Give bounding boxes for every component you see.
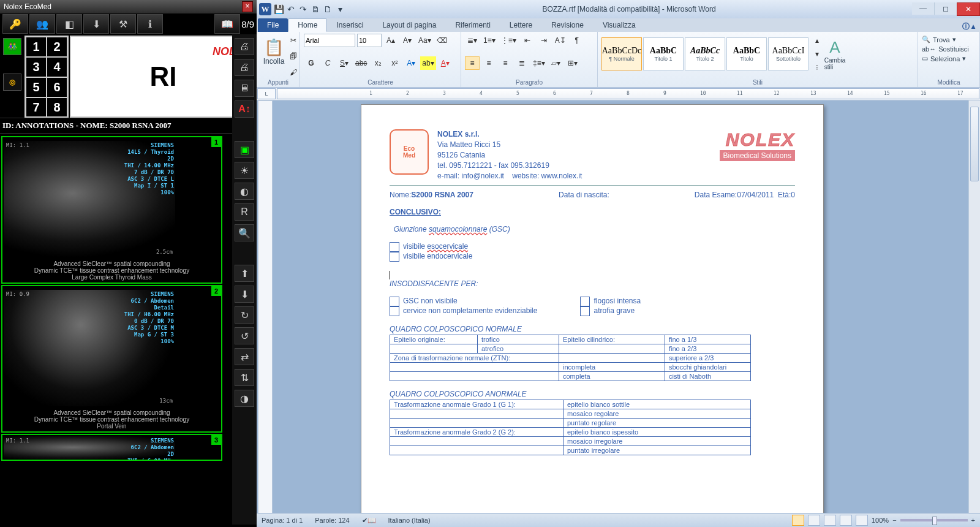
- checkbox-icon[interactable]: [390, 242, 399, 252]
- help-icon[interactable]: ⓘ ▴: [962, 21, 975, 32]
- line-spacing-icon[interactable]: ‡≡▾: [531, 56, 547, 70]
- checkbox-row[interactable]: atrofia grave: [580, 306, 641, 316]
- close-icon[interactable]: ×: [242, 1, 253, 12]
- checkbox-icon[interactable]: [390, 306, 399, 316]
- tab-mailings[interactable]: Lettere: [500, 18, 541, 32]
- people-icon[interactable]: 👫: [3, 38, 21, 55]
- change-styles-button[interactable]: ACambia stili: [820, 36, 850, 72]
- align-right-icon[interactable]: ≡: [498, 56, 513, 70]
- checkbox-row[interactable]: visibile endocervicale: [390, 252, 795, 262]
- ultrasound-image[interactable]: MI: 1.1 SIEMENS6C2 / Abdomen 2D THI / 6.…: [4, 436, 175, 461]
- bullets-icon[interactable]: ≣▾: [465, 34, 480, 47]
- style-subtitle[interactable]: AaBbCcISottotitolo: [768, 37, 809, 70]
- thumbnail-list[interactable]: 1 MI: 1.1 SIEMENS14L5 / Thyroid 2D THI /…: [0, 135, 224, 527]
- zoom-thumb[interactable]: [932, 517, 937, 525]
- tab-selector-icon[interactable]: L: [257, 88, 276, 99]
- key-icon[interactable]: 🔑: [2, 14, 28, 34]
- flip-v-icon[interactable]: ⇅: [235, 369, 254, 386]
- zoom-slider[interactable]: [900, 519, 968, 521]
- tab-references[interactable]: Riferimenti: [446, 18, 499, 32]
- roi-cell[interactable]: 1: [26, 37, 47, 57]
- ultrasound-image[interactable]: MI: 0.9 SIEMENS6C2 / Abdomen Detail THI …: [4, 290, 175, 406]
- pilcrow-icon[interactable]: ¶: [570, 34, 584, 47]
- select-button[interactable]: ▭ Seleziona ▾: [922, 55, 976, 63]
- contrast-icon[interactable]: ◐: [235, 183, 254, 200]
- align-left-icon[interactable]: ≡: [465, 56, 480, 70]
- justify-icon[interactable]: ≣: [514, 56, 529, 70]
- status-zoom[interactable]: 100%: [872, 517, 889, 524]
- red-a-icon[interactable]: A↕: [235, 100, 254, 118]
- halfmoon-icon[interactable]: ◑: [235, 390, 254, 407]
- select-icon[interactable]: ▣: [235, 141, 254, 158]
- checkbox-row[interactable]: flogosi intensa: [580, 297, 641, 306]
- shrink-font-icon[interactable]: A▾: [400, 34, 415, 47]
- roi-grid[interactable]: 1 2 3 4 5 6 7 8: [24, 36, 69, 118]
- borders-icon[interactable]: ⊞▾: [565, 56, 580, 70]
- target-icon[interactable]: ◎: [3, 74, 21, 91]
- rotate-ccw-icon[interactable]: ↺: [235, 327, 254, 344]
- horizontal-ruler[interactable]: L 12345678910111213141516171819: [257, 88, 980, 100]
- clear-format-icon[interactable]: ⌫: [435, 34, 450, 47]
- view-draft-icon[interactable]: [856, 515, 868, 526]
- brightness-icon[interactable]: ☀: [235, 162, 254, 179]
- status-words[interactable]: Parole: 124: [315, 517, 349, 524]
- style-heading1[interactable]: AaBbCTitolo 1: [643, 37, 684, 70]
- roi-cell[interactable]: 5: [26, 77, 47, 97]
- undo-icon[interactable]: ↶: [285, 3, 297, 15]
- zoom-icon[interactable]: 🔍: [235, 224, 254, 241]
- thumbnail[interactable]: 1 MI: 1.1 SIEMENS14L5 / Thyroid 2D THI /…: [1, 136, 222, 284]
- ultrasound-image[interactable]: MI: 1.1 SIEMENS14L5 / Thyroid 2D THI / 1…: [4, 141, 175, 257]
- replace-button[interactable]: ab↔ Sostituisci: [922, 45, 976, 53]
- vertical-ruler[interactable]: [258, 100, 273, 514]
- status-proof-icon[interactable]: ✔📖: [362, 517, 376, 525]
- roi-cell[interactable]: 3: [26, 57, 47, 77]
- font-size-input[interactable]: [357, 34, 382, 47]
- view-outline-icon[interactable]: [840, 515, 852, 526]
- arrow-up-icon[interactable]: ⬆: [235, 265, 254, 282]
- align-center-icon[interactable]: ≡: [481, 56, 496, 70]
- checkbox-row[interactable]: GSC non visibile: [390, 297, 537, 306]
- change-case-icon[interactable]: Aa▾: [417, 34, 433, 47]
- view-print-icon[interactable]: [792, 515, 804, 526]
- checkbox-icon[interactable]: [390, 297, 399, 306]
- italic-icon[interactable]: C: [320, 56, 335, 70]
- roi-cell[interactable]: 8: [47, 97, 67, 118]
- strike-icon[interactable]: abc: [353, 56, 369, 70]
- arrow-down-icon[interactable]: ⬇: [235, 286, 254, 303]
- view-read-icon[interactable]: [808, 515, 820, 526]
- document-area[interactable]: EcoMed NOLEX s.r.l. Via Matteo Ricci 15 …: [257, 100, 969, 514]
- tab-home[interactable]: Home: [288, 18, 326, 32]
- font-name-input[interactable]: [304, 34, 355, 47]
- checkbox-icon[interactable]: [390, 252, 399, 262]
- status-language[interactable]: Italiano (Italia): [388, 517, 431, 524]
- qat-icon[interactable]: 🗎: [309, 3, 322, 15]
- chevron-down-icon[interactable]: ▾: [334, 3, 346, 15]
- subscript-icon[interactable]: x₂: [371, 56, 385, 70]
- word-logo-icon[interactable]: W: [259, 3, 271, 15]
- ruler-band[interactable]: 12345678910111213141516171819: [277, 88, 979, 99]
- paste-button[interactable]: 📋Incolla: [260, 34, 287, 69]
- status-page[interactable]: Pagina: 1 di 1: [262, 517, 303, 524]
- underline-icon[interactable]: S▾: [337, 56, 352, 70]
- eraser-icon[interactable]: ◧: [56, 14, 82, 34]
- maximize-button[interactable]: ◻: [934, 2, 957, 15]
- cut-icon[interactable]: ✂: [286, 34, 301, 47]
- tab-file[interactable]: File: [258, 18, 288, 32]
- roi-cell[interactable]: 2: [47, 37, 67, 57]
- highlight-icon[interactable]: ab▾: [420, 56, 435, 70]
- save-icon[interactable]: 💾: [273, 3, 285, 15]
- roi-cell[interactable]: 7: [26, 97, 47, 118]
- zoom-out-icon[interactable]: −: [892, 517, 896, 524]
- ecomed-titlebar[interactable]: Nolex EcoMed ×: [0, 0, 257, 13]
- page[interactable]: EcoMed NOLEX s.r.l. Via Matteo Ricci 15 …: [361, 104, 824, 514]
- monitor-icon[interactable]: 🖥: [235, 80, 254, 97]
- numbering-icon[interactable]: 1≡▾: [481, 34, 497, 47]
- view-web-icon[interactable]: [824, 515, 836, 526]
- inc-indent-icon[interactable]: ⇥: [537, 34, 551, 47]
- tab-review[interactable]: Revisione: [542, 18, 593, 32]
- checkbox-row[interactable]: visibile esocervicale: [390, 242, 795, 252]
- tab-view[interactable]: Visualizza: [594, 18, 645, 32]
- copy-icon[interactable]: 🗐: [286, 50, 301, 63]
- shading-icon[interactable]: ▱▾: [549, 56, 564, 70]
- close-button[interactable]: ✕: [957, 2, 980, 16]
